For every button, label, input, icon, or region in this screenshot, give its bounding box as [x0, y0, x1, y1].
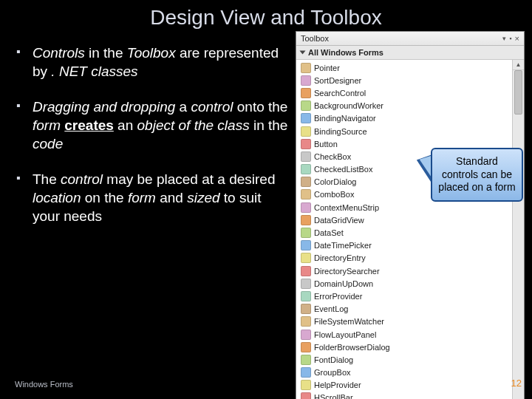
toolbox-title-text: Toolbox: [301, 34, 499, 43]
toolbox-item[interactable]: HScrollBar: [296, 392, 512, 399]
toolbox-item[interactable]: BackgroundWorker: [296, 100, 512, 112]
toolbox-item-label: FileSystemWatcher: [314, 317, 384, 326]
control-icon: [301, 139, 311, 149]
footer-left: Windows Forms: [15, 380, 73, 389]
control-icon: [301, 177, 311, 187]
toolbox-item-label: ComboBox: [314, 190, 354, 199]
pin-icon[interactable]: ▪: [509, 35, 511, 42]
scroll-up-icon[interactable]: ▲: [513, 60, 524, 70]
bullet-list: Controls in the Toolbox are represented …: [15, 44, 292, 244]
toolbox-item-label: HScrollBar: [314, 393, 353, 399]
bullet-item: Dragging and dropping a control onto the…: [15, 98, 292, 153]
toolbox-item-label: BindingNavigator: [314, 114, 376, 123]
toolbox-item[interactable]: FlowLayoutPanel: [296, 328, 512, 341]
toolbox-item[interactable]: FolderBrowserDialog: [296, 341, 512, 353]
control-icon: [301, 228, 311, 238]
toolbox-item-label: FolderBrowserDialog: [314, 343, 390, 352]
control-icon: [301, 126, 311, 137]
toolbox-item[interactable]: GroupBox: [296, 366, 512, 379]
toolbox-item-label: DirectorySearcher: [314, 267, 380, 276]
callout-text: Standard controls can be placed on a for…: [438, 155, 515, 193]
control-icon: [301, 151, 311, 162]
toolbox-item[interactable]: DirectorySearcher: [296, 265, 512, 277]
control-icon: [301, 304, 311, 314]
control-icon: [301, 202, 311, 213]
control-icon: [301, 380, 311, 390]
toolbox-item-label: DataGridView: [314, 216, 364, 225]
control-icon: [301, 215, 311, 225]
control-icon: [301, 355, 311, 365]
control-icon: [301, 63, 311, 73]
toolbox-item-label: CheckBox: [314, 152, 351, 161]
toolbox-panel: Toolbox ▾ ▪ × All Windows Forms PointerS…: [296, 31, 525, 399]
toolbox-item-label: EventLog: [314, 304, 348, 313]
control-icon: [301, 392, 311, 399]
toolbox-item-label: GroupBox: [314, 368, 351, 377]
callout-box: Standard controls can be placed on a for…: [431, 148, 523, 202]
toolbox-item[interactable]: HelpProvider: [296, 379, 512, 392]
toolbox-item[interactable]: DirectoryEntry: [296, 252, 512, 265]
toolbox-item-label: BackgroundWorker: [314, 101, 383, 110]
toolbox-item[interactable]: SearchControl: [296, 86, 512, 99]
toolbox-item-label: DomainUpDown: [314, 279, 373, 288]
control-icon: [301, 291, 311, 301]
control-icon: [301, 88, 311, 98]
control-icon: [301, 164, 311, 174]
category-label: All Windows Forms: [308, 48, 383, 57]
toolbox-item[interactable]: ContextMenuStrip: [296, 201, 512, 214]
toolbox-titlebar: Toolbox ▾ ▪ ×: [296, 32, 524, 46]
page-number: 12: [511, 378, 522, 389]
close-icon[interactable]: ×: [515, 34, 519, 43]
toolbox-item-label: ContextMenuStrip: [314, 203, 379, 212]
scroll-thumb[interactable]: [514, 70, 522, 115]
control-icon: [301, 330, 311, 340]
toolbox-item[interactable]: FileSystemWatcher: [296, 316, 512, 328]
control-icon: [301, 240, 311, 250]
toolbox-item-label: SortDesigner: [314, 76, 361, 85]
toolbox-item-label: ColorDialog: [314, 177, 356, 186]
dropdown-icon[interactable]: ▾: [502, 35, 506, 42]
toolbox-item[interactable]: DataGridView: [296, 214, 512, 226]
scrollbar[interactable]: ▲ ▼: [512, 60, 524, 399]
control-icon: [301, 342, 311, 352]
toolbox-item[interactable]: DomainUpDown: [296, 277, 512, 290]
control-icon: [301, 316, 311, 327]
control-icon: [301, 113, 311, 123]
toolbox-item[interactable]: ErrorProvider: [296, 290, 512, 302]
toolbox-item-label: ErrorProvider: [314, 292, 362, 301]
control-icon: [301, 100, 311, 111]
bullet-item: The control may be placed at a desired l…: [15, 171, 292, 225]
toolbox-item[interactable]: DataSet: [296, 226, 512, 239]
toolbox-item[interactable]: BindingNavigator: [296, 112, 512, 125]
expand-icon: [300, 51, 306, 55]
control-icon: [301, 253, 311, 263]
toolbox-item-label: DataSet: [314, 228, 344, 237]
control-icon: [301, 367, 311, 378]
toolbox-item[interactable]: DateTimePicker: [296, 239, 512, 252]
toolbox-item[interactable]: FontDialog: [296, 353, 512, 366]
toolbox-item-label: FlowLayoutPanel: [314, 330, 376, 339]
toolbox-item-label: DirectoryEntry: [314, 253, 366, 262]
toolbox-item-label: CheckedListBox: [314, 165, 373, 174]
toolbox-item[interactable]: Pointer: [296, 61, 512, 74]
toolbox-item[interactable]: EventLog: [296, 303, 512, 316]
toolbox-item[interactable]: SortDesigner: [296, 74, 512, 86]
control-icon: [301, 266, 311, 276]
toolbox-item-label: Pointer: [314, 64, 340, 72]
toolbox-item-label: HelpProvider: [314, 381, 361, 389]
bullet-item: Controls in the Toolbox are represented …: [15, 44, 292, 81]
control-icon: [301, 75, 311, 86]
toolbox-item-label: BindingSource: [314, 127, 367, 136]
toolbox-item-label: FontDialog: [314, 355, 353, 364]
toolbox-list: PointerSortDesignerSearchControlBackgrou…: [296, 60, 512, 399]
toolbox-category-header[interactable]: All Windows Forms: [296, 46, 524, 60]
toolbox-item-label: SearchControl: [314, 89, 366, 98]
control-icon: [301, 279, 311, 289]
toolbox-item[interactable]: BindingSource: [296, 125, 512, 137]
control-icon: [301, 189, 311, 200]
toolbox-item-label: DateTimePicker: [314, 241, 372, 250]
toolbox-item-label: Button: [314, 140, 338, 149]
